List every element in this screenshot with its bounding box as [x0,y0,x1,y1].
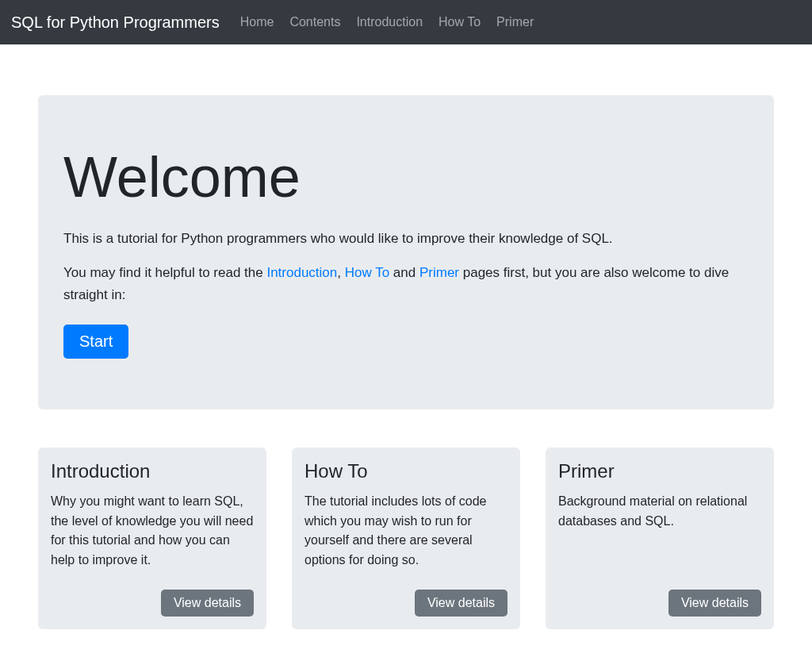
card-body: How To The tutorial includes lots of cod… [304,460,508,590]
hero-p2-sep1: , [337,265,344,280]
nav-link-home[interactable]: Home [232,9,282,36]
link-howto[interactable]: How To [345,265,389,280]
card-text-howto: The tutorial includes lots of code which… [304,492,508,571]
navbar: SQL for Python Programmers Home Contents… [0,0,812,44]
card-title-primer: Primer [558,460,761,482]
start-button[interactable]: Start [63,325,128,359]
card-introduction: Introduction Why you might want to learn… [38,448,266,629]
main-container: Welcome This is a tutorial for Python pr… [25,95,787,629]
card-primer: Primer Background material on relational… [546,448,774,629]
hero-title: Welcome [63,146,749,209]
hero: Welcome This is a tutorial for Python pr… [38,95,774,409]
card-howto: How To The tutorial includes lots of cod… [292,448,520,629]
view-details-howto[interactable]: View details [415,590,508,617]
hero-paragraph-2: You may find it helpful to read the Intr… [63,262,749,305]
hero-p2-pre: You may find it helpful to read the [63,265,266,280]
nav-link-introduction[interactable]: Introduction [348,9,431,36]
hero-p2-sep2: and [389,265,419,280]
card-footer: View details [51,590,254,617]
view-details-primer[interactable]: View details [668,590,761,617]
view-details-introduction[interactable]: View details [161,590,254,617]
card-body: Introduction Why you might want to learn… [51,460,254,590]
nav-link-contents[interactable]: Contents [282,9,348,36]
card-text-primer: Background material on relational databa… [558,492,761,532]
link-introduction[interactable]: Introduction [266,265,337,280]
nav-link-primer[interactable]: Primer [488,9,542,36]
card-footer: View details [304,590,508,617]
card-footer: View details [558,590,761,617]
hero-paragraph-1: This is a tutorial for Python programmer… [63,228,749,249]
navbar-brand[interactable]: SQL for Python Programmers [11,13,220,32]
card-text-introduction: Why you might want to learn SQL, the lev… [51,492,254,571]
card-title-introduction: Introduction [51,460,254,482]
nav-items: Home Contents Introduction How To Primer [232,9,542,36]
nav-link-howto[interactable]: How To [431,9,488,36]
cards-row: Introduction Why you might want to learn… [38,448,774,629]
card-title-howto: How To [304,460,508,482]
card-body: Primer Background material on relational… [558,460,761,551]
link-primer[interactable]: Primer [419,265,459,280]
